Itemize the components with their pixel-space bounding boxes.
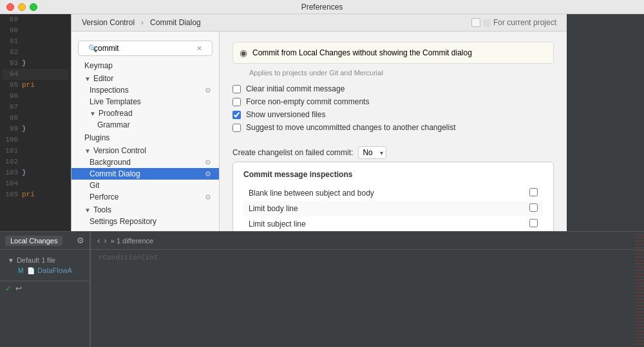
git-tree-arrow: ▼ xyxy=(8,257,14,264)
sidebar-item-live-templates[interactable]: Live Templates xyxy=(71,96,219,108)
sidebar-item-background[interactable]: Background ⚙ xyxy=(71,156,219,168)
sidebar-item-proofread[interactable]: ▼ Proofread xyxy=(71,108,219,119)
sidebar-label-plugins: Plugins xyxy=(84,133,109,142)
diff-count: » 1 difference xyxy=(111,237,153,245)
sidebar-label-inspections: Inspections xyxy=(90,86,129,95)
force-nonempty-checkbox[interactable] xyxy=(232,98,241,106)
sidebar-item-perforce[interactable]: Perforce ⚙ xyxy=(71,191,219,203)
breadcrumb-commit-dialog: Commit Dialog xyxy=(150,18,201,27)
diff-line: rCondition(int xyxy=(96,252,160,263)
sidebar-group-tools: ▼ Tools Settings Repository xyxy=(71,204,219,227)
sidebar-group-vcs: ▼ Version Control Background ⚙ Commit Di… xyxy=(71,145,219,203)
commit-from-label: Commit from Local Changes without showin… xyxy=(252,48,472,57)
diff-content: rCondition(int xyxy=(91,250,644,266)
diff-header: ‹ › » 1 difference xyxy=(91,232,644,250)
create-changelist-dropdown-wrap: No xyxy=(358,146,386,159)
inspections-table: Blank line between subject and body Limi… xyxy=(243,185,543,231)
commit-from-row[interactable]: ◉ Commit from Local Changes without show… xyxy=(232,42,554,64)
show-unversioned-label: Show unversioned files xyxy=(246,110,325,119)
commit-dialog-gear-icon: ⚙ xyxy=(205,170,211,178)
breadcrumb-version-control: Version Control xyxy=(82,18,135,27)
bottom-right-panel: ‹ › » 1 difference rCondition(int xyxy=(90,232,644,347)
sidebar-item-grammar[interactable]: Grammar xyxy=(71,119,219,131)
table-row: Limit body line xyxy=(243,201,543,216)
background-gear-icon: ⚙ xyxy=(205,158,211,167)
revert-icon[interactable]: ↩ xyxy=(15,284,22,293)
sidebar-item-tools[interactable]: ▼ Tools xyxy=(71,204,219,216)
file-icon: 📄 xyxy=(27,267,35,274)
sidebar-label-git: Git xyxy=(90,181,99,190)
tools-collapse-icon: ▼ xyxy=(84,207,91,214)
sidebar-label-keymap: Keymap xyxy=(84,61,113,70)
sidebar-item-plugins[interactable]: Plugins xyxy=(71,132,219,144)
sidebar-item-settings-repo[interactable]: Settings Repository xyxy=(71,216,219,227)
clear-initial-label: Clear initial commit message xyxy=(246,84,345,93)
minimize-button[interactable] xyxy=(18,3,26,11)
for-project-label[interactable]: For current project xyxy=(483,18,556,27)
checkbox-force-nonempty: Force non-empty commit comments xyxy=(232,97,554,106)
breadcrumb-separator: › xyxy=(141,18,144,27)
clear-initial-checkbox[interactable] xyxy=(232,85,241,93)
bottom-gear-icon[interactable]: ⚙ xyxy=(77,236,84,245)
close-button[interactable] xyxy=(6,3,14,11)
sidebar-item-inspections[interactable]: Inspections ⚙ xyxy=(71,84,219,96)
file-change-icon: M xyxy=(18,267,23,274)
preferences-dialog: Version Control › Commit Dialog For curr… xyxy=(71,14,567,231)
inspect1-label: Blank line between subject and body xyxy=(243,185,524,201)
diff-next-icon[interactable]: › xyxy=(104,236,106,245)
window-controls xyxy=(6,3,37,11)
inspect1-checkbox[interactable] xyxy=(529,188,538,196)
maximize-button[interactable] xyxy=(30,3,37,11)
file-name: DataFlowA xyxy=(37,267,72,274)
main-content: 89 90 91 92 93} 94 95pri 96 97 98 99} 10… xyxy=(0,14,644,231)
dialog-body: 🔍 ✕ Keymap ▼ Editor In xyxy=(71,32,567,231)
sidebar-label-grammar: Grammar xyxy=(97,120,130,129)
sidebar-label-version-control: Version Control xyxy=(93,146,146,155)
settings-sidebar: 🔍 ✕ Keymap ▼ Editor In xyxy=(71,32,220,231)
for-project-checkbox[interactable] xyxy=(471,18,480,27)
sidebar-label-tools: Tools xyxy=(93,205,111,214)
check-icon[interactable]: ✓ xyxy=(5,284,12,293)
table-row: Blank line between subject and body xyxy=(243,185,543,201)
inspect2-checkbox[interactable] xyxy=(529,203,538,212)
sidebar-item-git[interactable]: Git xyxy=(71,180,219,191)
inspect3-checkbox[interactable] xyxy=(529,219,538,227)
create-changelist-select[interactable]: No xyxy=(358,146,386,159)
table-row: Limit subject line xyxy=(243,216,543,231)
force-nonempty-label: Force non-empty commit comments xyxy=(246,97,369,106)
bottom-left-content: ▼ Default 1 file M 📄 DataFlowA xyxy=(0,250,90,281)
sidebar-label-live-templates: Live Templates xyxy=(90,97,141,106)
checkbox-suggest-move: Suggest to move uncommitted changes to a… xyxy=(232,123,554,132)
line-numbers: 89 90 91 92 93} 94 95pri 96 97 98 99} 10… xyxy=(0,14,71,200)
scrollbar-indicator[interactable] xyxy=(635,232,644,347)
sidebar-label-commit-dialog: Commit Dialog xyxy=(90,169,140,178)
window-title: Preferences xyxy=(301,3,343,12)
vcs-collapse-icon: ▼ xyxy=(84,147,91,155)
bottom-tab-bar: Local Changes ⚙ xyxy=(0,232,90,250)
show-unversioned-checkbox[interactable] xyxy=(232,111,241,119)
sidebar-label-settings-repo: Settings Repository xyxy=(90,217,156,226)
file-count: 1 file xyxy=(42,257,55,264)
top-checkboxes: Clear initial commit message Force non-e… xyxy=(232,84,554,141)
sidebar-item-keymap[interactable]: Keymap xyxy=(71,60,219,71)
sidebar-item-editor[interactable]: ▼ Editor xyxy=(71,73,219,84)
local-changes-tab[interactable]: Local Changes xyxy=(5,236,62,246)
editor-collapse-icon: ▼ xyxy=(84,75,91,82)
search-input[interactable] xyxy=(78,41,213,56)
sidebar-item-version-control[interactable]: ▼ Version Control xyxy=(71,145,219,156)
suggest-move-checkbox[interactable] xyxy=(232,124,241,132)
diff-prev-icon[interactable]: ‹ xyxy=(97,236,100,245)
suggest-move-label: Suggest to move uncommitted changes to a… xyxy=(246,123,456,132)
code-panel: 89 90 91 92 93} 94 95pri 96 97 98 99} 10… xyxy=(0,14,71,231)
search-clear-icon[interactable]: ✕ xyxy=(196,44,202,53)
inspections-section: Commit message inspections Blank line be… xyxy=(232,162,554,231)
inspections-gear-icon: ⚙ xyxy=(205,86,211,95)
sidebar-group-editor: ▼ Editor Inspections ⚙ Live Templates ▼ … xyxy=(71,73,219,131)
settings-content: ◉ Commit from Local Changes without show… xyxy=(220,32,567,231)
search-wrap: 🔍 ✕ xyxy=(71,37,219,60)
inspect3-label: Limit subject line xyxy=(243,216,524,231)
sidebar-item-commit-dialog[interactable]: Commit Dialog ⚙ xyxy=(71,168,219,180)
git-file-item: M 📄 DataFlowA xyxy=(8,265,82,276)
create-changelist-label: Create changelist on failed commit: xyxy=(232,148,353,157)
applies-text: Applies to projects under Git and Mercur… xyxy=(249,69,554,77)
